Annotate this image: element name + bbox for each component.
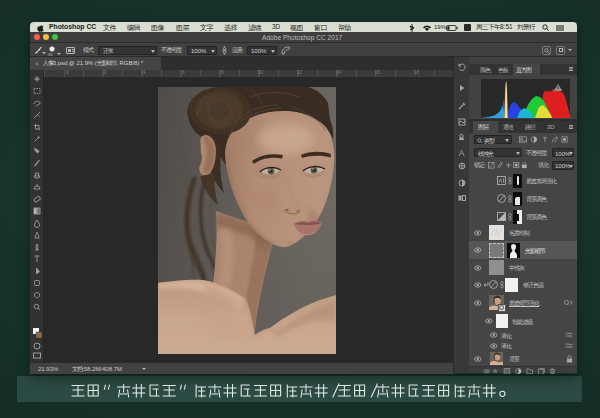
svg-text:fx: fx xyxy=(493,368,497,374)
svg-text:T: T xyxy=(543,136,548,143)
svg-text:A: A xyxy=(459,148,465,158)
